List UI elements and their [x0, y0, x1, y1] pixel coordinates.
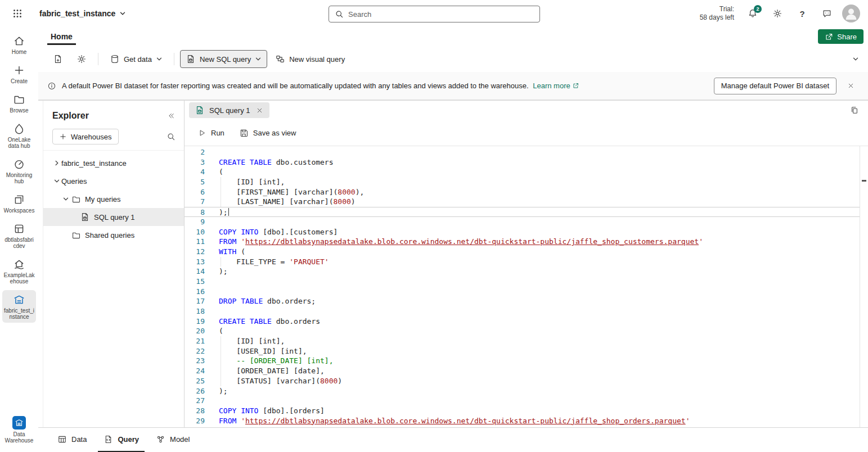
sql-editor[interactable]: 23CREATE TABLE dbo.customers4(5 [ID] [in…	[185, 146, 868, 427]
rail-item-label: Create	[11, 78, 28, 84]
save-as-view-icon	[239, 128, 249, 138]
share-icon	[825, 33, 833, 41]
search-icon	[167, 132, 176, 141]
tree-item-my-queries[interactable]: My queries	[43, 190, 184, 208]
rail-item-home[interactable]: Home	[2, 31, 36, 58]
code-line-14[interactable]: 14);	[185, 266, 860, 277]
code-line-20[interactable]: 20(	[185, 326, 860, 336]
tree-item-fabric-test-instance[interactable]: fabric_test_instance	[43, 154, 184, 172]
chevron-down-icon[interactable]	[61, 196, 70, 202]
collapse-explorer-button[interactable]	[164, 109, 178, 123]
code-line-16[interactable]: 16	[185, 287, 860, 297]
query-toolbar: Run Save as view	[185, 120, 868, 146]
app-launcher-button[interactable]	[8, 4, 27, 23]
close-tab-icon[interactable]	[255, 105, 265, 115]
code-line-8[interactable]: 8);	[185, 207, 860, 217]
code-line-12[interactable]: 12WITH (	[185, 247, 860, 257]
code-text: FILE_TYPE = 'PARQUET'	[219, 257, 329, 267]
rail-item-dbtlabsfabricdev[interactable]: dbtlabsfabricdev	[2, 219, 36, 252]
view-tab-model[interactable]: Model	[150, 428, 195, 452]
rail-item-create[interactable]: Create	[2, 61, 36, 87]
rail-item-label: Workspaces	[4, 207, 35, 214]
editor-overview-ruler[interactable]	[860, 146, 868, 427]
code-line-18[interactable]: 18	[185, 306, 860, 317]
account-avatar[interactable]	[842, 4, 860, 22]
workspace-switcher[interactable]: fabric_test_instance	[39, 9, 126, 18]
data-grid-icon	[57, 435, 67, 444]
new-query-shortcut-button[interactable]	[47, 50, 69, 68]
tree-item-shared-queries[interactable]: Shared queries	[43, 226, 184, 244]
view-tab-data[interactable]: Data	[52, 428, 92, 452]
banner-close-button[interactable]	[842, 78, 859, 94]
code-line-13[interactable]: 13 FILE_TYPE = 'PARQUET'	[185, 257, 860, 267]
left-nav-rail: HomeCreateBrowseOneLake data hubMonitori…	[0, 27, 38, 452]
collapse-ribbon-button[interactable]	[852, 56, 859, 62]
chevron-down-icon[interactable]	[52, 178, 61, 184]
add-warehouses-button[interactable]: Warehouses	[52, 129, 119, 144]
rail-item-browse[interactable]: Browse	[2, 90, 36, 116]
rail-item-monitoring-hub[interactable]: Monitoring hub	[2, 155, 36, 187]
new-visual-query-button[interactable]: New visual query	[269, 50, 350, 68]
code-line-25[interactable]: 25 [STATUS] [varchar](8000)	[185, 376, 860, 386]
line-number: 25	[185, 376, 205, 386]
save-as-view-button[interactable]: Save as view	[235, 124, 301, 142]
trial-days-left: 58 days left	[700, 13, 734, 22]
code-line-11[interactable]: 11FROM 'https://dbtlabsynapsedatalake.bl…	[185, 237, 860, 247]
code-line-7[interactable]: 7 [LAST_NAME] [varchar](8000)	[185, 197, 860, 207]
code-line-27[interactable]: 27	[185, 396, 860, 406]
code-line-2[interactable]: 2	[185, 147, 860, 157]
share-button[interactable]: Share	[818, 29, 863, 44]
share-button-label: Share	[837, 33, 857, 41]
get-data-button[interactable]: Get data	[104, 50, 168, 68]
view-tab-query[interactable]: Query	[98, 428, 145, 452]
code-line-28[interactable]: 28COPY INTO [dbo].[orders]	[185, 406, 860, 416]
save-as-view-label: Save as view	[253, 129, 296, 137]
explorer-search-button[interactable]	[164, 129, 178, 144]
code-line-23[interactable]: 23 -- [ORDER_DATE] [int],	[185, 356, 860, 366]
code-line-15[interactable]: 15	[185, 277, 860, 287]
settings-button[interactable]	[768, 4, 787, 23]
code-line-3[interactable]: 3CREATE TABLE dbo.customers	[185, 157, 860, 168]
line-number: 14	[185, 266, 205, 277]
code-line-21[interactable]: 21 [ID] [int],	[185, 336, 860, 346]
code-line-6[interactable]: 6 [FIRST_NAME] [varchar](8000),	[185, 187, 860, 197]
code-line-19[interactable]: 19CREATE TABLE dbo.orders	[185, 317, 860, 327]
global-search[interactable]	[329, 6, 540, 22]
tab-home[interactable]: Home	[47, 29, 76, 45]
code-line-5[interactable]: 5 [ID] [int],	[185, 177, 860, 187]
manage-dataset-button[interactable]: Manage default Power BI dataset	[714, 78, 836, 94]
warehouse-settings-button[interactable]	[71, 50, 92, 68]
fabric-app: fabric_test_instance Trial: 58 days left…	[0, 0, 868, 452]
tree-item-sql-query-1[interactable]: SQL query 1	[43, 208, 184, 226]
search-input[interactable]	[348, 10, 534, 19]
help-button[interactable]: ?	[793, 4, 812, 23]
code-text: DROP TABLE dbo.orders;	[219, 296, 316, 306]
data-warehouse-icon	[12, 416, 26, 430]
feedback-button[interactable]	[817, 4, 836, 23]
new-sql-query-button[interactable]: New SQL query	[180, 50, 267, 68]
duplicate-tab-button[interactable]	[847, 102, 862, 118]
code-line-22[interactable]: 22 [USER_ID] [int],	[185, 346, 860, 356]
rail-item-examplelakehouse[interactable]: ExampleLakehouse	[2, 255, 36, 287]
code-line-26[interactable]: 26);	[185, 386, 860, 396]
rail-item-onelake-data-hub[interactable]: OneLake data hub	[2, 119, 36, 152]
code-text: FROM 'https://dbtlabsynapsedatalake.blob…	[219, 237, 703, 247]
query-tab[interactable]: SQL query 1	[189, 102, 269, 118]
chevron-right-icon[interactable]	[52, 160, 61, 166]
text-cursor	[228, 208, 230, 216]
rail-item-workspaces[interactable]: Workspaces	[2, 190, 36, 216]
code-line-4[interactable]: 4(	[185, 167, 860, 177]
code-line-9[interactable]: 9	[185, 217, 860, 227]
run-icon	[198, 129, 206, 137]
view-tab-label: Data	[71, 435, 87, 444]
rail-item-data-warehouse[interactable]: Data Warehouse	[2, 413, 36, 446]
code-line-10[interactable]: 10COPY INTO [dbo].[customers]	[185, 227, 860, 237]
code-line-24[interactable]: 24 [ORDER_DATE] [date],	[185, 366, 860, 376]
learn-more-link[interactable]: Learn more	[533, 82, 579, 90]
run-button[interactable]: Run	[194, 124, 229, 142]
notifications-button[interactable]: 2	[743, 4, 762, 23]
tree-item-queries[interactable]: Queries	[43, 172, 184, 190]
code-line-17[interactable]: 17DROP TABLE dbo.orders;	[185, 296, 860, 306]
rail-item-fabric-test-instance[interactable]: fabric_test_instance	[2, 290, 36, 323]
code-line-29[interactable]: 29FROM 'https://dbtlabsynapsedatalake.bl…	[185, 416, 860, 426]
